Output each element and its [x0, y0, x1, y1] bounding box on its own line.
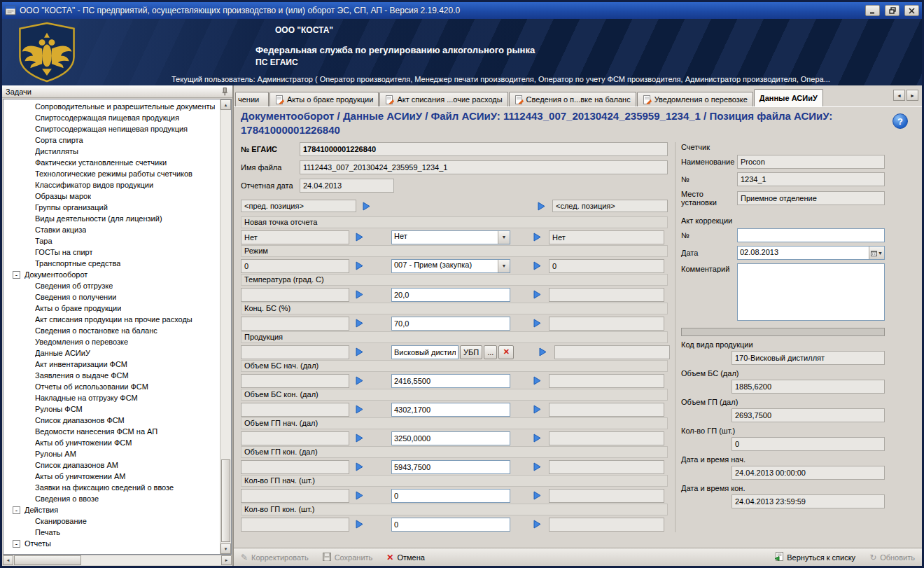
scroll-right-icon[interactable]: ► [221, 555, 232, 565]
back-to-list-button[interactable]: Вернуться к списку [774, 552, 855, 562]
tree-item[interactable]: ГОСТы на спирт [4, 247, 220, 258]
cancel-button[interactable]: ✕ Отмена [386, 553, 425, 562]
clear-product-button[interactable]: ✕ [498, 345, 514, 359]
tree-item[interactable]: Печать [4, 527, 220, 538]
tab-scroll-right-icon[interactable]: ► [906, 90, 918, 101]
tree-item[interactable]: -Отчеты [4, 538, 220, 549]
combo-dropdown-icon[interactable]: ▼ [498, 260, 510, 272]
scroll-left-icon[interactable]: ◄ [3, 555, 13, 565]
next-position-button[interactable]: <след. позиция> [552, 200, 668, 212]
tree-item[interactable]: Акт списания продукции на прочие расходы [4, 314, 220, 325]
tree-item[interactable]: Ведомости нанесения ФСМ на АП [4, 426, 220, 437]
tree-item[interactable]: Сведения об отгрузке [4, 280, 220, 291]
tab-scroll-left-icon[interactable]: ◄ [893, 90, 905, 101]
tree-item[interactable]: Список диапазонов АМ [4, 459, 220, 471]
tab-active[interactable]: Данные АСИиУ [754, 89, 823, 106]
edit-button-label: Корректировать [251, 553, 309, 562]
tree-item[interactable]: Заявки на фиксацию сведений о ввозе [4, 482, 220, 493]
tree-item[interactable]: Сведения о получении [4, 291, 220, 303]
horizontal-scroll-thumb[interactable] [14, 555, 81, 565]
application-window: ООО "КОСТА" - ПС предприятий, осуществля… [0, 0, 924, 568]
comment-textarea[interactable] [737, 263, 885, 321]
correction-date-picker[interactable]: 02.08.2013 ▼ [737, 246, 885, 260]
tree-item[interactable]: Рулоны АМ [4, 448, 220, 459]
tree-item[interactable]: Виды деятельности (для лицензий) [4, 213, 220, 224]
scroll-down-icon[interactable]: ▼ [220, 543, 231, 554]
correction-number-input[interactable] [737, 228, 885, 242]
tree-item[interactable]: Классификатор видов продукции [4, 179, 220, 191]
tree-expander-icon[interactable]: - [13, 506, 20, 514]
tree-item[interactable]: Данные АСИиУ [4, 347, 220, 359]
value-combobox[interactable]: 007 - Прием (закупка)▼ [391, 259, 510, 273]
tree-item[interactable]: Список диапазонов ФСМ [4, 415, 220, 426]
tree-item[interactable]: Акт инвентаризации ФСМ [4, 359, 220, 370]
tab-item[interactable]: чении [235, 92, 269, 106]
value-input[interactable] [391, 374, 510, 388]
tree-item[interactable]: Фактически установленные счетчики [4, 157, 220, 168]
tree-item[interactable]: Транспортные средства [4, 258, 220, 269]
tab-item[interactable]: Акт списания ...очие расходы [379, 92, 507, 106]
tree-item[interactable]: Рулоны ФСМ [4, 403, 220, 415]
tree-item[interactable]: Накладные на отгрузку ФСМ [4, 392, 220, 403]
value-input[interactable] [391, 518, 510, 532]
tree-item[interactable]: Сведения о постановке на баланс [4, 325, 220, 336]
tree-item-label: Акты об уничтожении ФСМ [35, 438, 132, 447]
tree-item[interactable]: Группы организаций [4, 202, 220, 213]
tree-item[interactable]: Сведения о ввозе [4, 493, 220, 504]
browse-button[interactable]: ... [484, 345, 497, 359]
tab-item[interactable]: Уведомления о перевозке [637, 92, 753, 106]
tree-vertical-scrollbar[interactable]: ▲ ▼ [220, 99, 231, 554]
minimize-button[interactable] [865, 5, 880, 16]
value-input[interactable] [391, 317, 510, 331]
cancel-button-label: Отмена [397, 553, 424, 562]
prev-position-button[interactable]: <пред. позиция> [241, 200, 356, 212]
tree-item[interactable]: Сканирование [4, 515, 220, 527]
next-value-box [549, 489, 664, 503]
tree-item-label: Заявки на фиксацию сведений о ввозе [35, 483, 174, 492]
tree-item[interactable]: Уведомления о перевозке [4, 336, 220, 347]
value-input[interactable] [391, 489, 510, 503]
tree-item[interactable]: Ставки акциза [4, 224, 220, 235]
value-input[interactable] [391, 460, 510, 474]
volume-bs-label: Объем БС (дал) [681, 369, 885, 377]
tree-item[interactable]: Акты о браке продукции [4, 303, 220, 314]
tree-expander-icon[interactable]: - [13, 271, 20, 279]
tree-item[interactable]: Дистилляты [4, 146, 220, 157]
product-input[interactable] [391, 345, 458, 359]
combo-dropdown-icon[interactable]: ▼ [498, 231, 510, 244]
tree-item[interactable]: Спиртосодержащая непищевая продукция [4, 123, 220, 134]
qty-gp-label: Кол-во ГП (шт.) [681, 427, 885, 435]
value-input[interactable] [391, 403, 510, 417]
help-button[interactable]: ? [892, 113, 908, 129]
tree-item[interactable]: Акты об уничтожении ФСМ [4, 437, 220, 448]
refresh-button-label: Обновить [880, 553, 915, 562]
tree-item[interactable]: Отчеты об использовании ФСМ [4, 381, 220, 392]
value-combobox[interactable]: Нет▼ [391, 230, 510, 244]
value-input[interactable] [391, 288, 510, 302]
tree-item[interactable]: -Действия [4, 504, 220, 515]
calendar-dropdown-icon[interactable]: ▼ [869, 247, 884, 259]
restore-button[interactable] [885, 5, 899, 16]
tree-item[interactable]: Сорта спирта [4, 134, 220, 146]
pin-icon[interactable] [220, 87, 229, 96]
value-input[interactable] [391, 431, 510, 445]
tab-item[interactable]: Акты о браке продукции [270, 92, 379, 106]
tree-item[interactable]: Тара [4, 235, 220, 247]
next-value-box [549, 403, 664, 417]
tab-item[interactable]: Сведения о п...вке на баланс [509, 92, 636, 106]
tree-expander-icon[interactable]: - [13, 540, 20, 548]
tree-item[interactable]: Акты об уничтожении АМ [4, 471, 220, 482]
close-button[interactable] [904, 5, 919, 16]
tree-item[interactable]: Спиртосодержащая пищевая продукция [4, 112, 220, 123]
vertical-scroll-thumb[interactable] [221, 459, 230, 542]
ubp-button[interactable]: УБП [460, 345, 482, 359]
window-title: ООО "КОСТА" - ПС предприятий, осуществля… [20, 6, 860, 15]
tree-item[interactable]: -Документооборот [4, 269, 220, 280]
prev-value-box: 0 [241, 259, 349, 273]
tree-item[interactable]: Заявления о выдаче ФСМ [4, 370, 220, 381]
tree-item[interactable]: Технологические режимы работы счетчиков [4, 168, 220, 179]
scroll-up-icon[interactable]: ▲ [220, 99, 231, 110]
tree-item[interactable]: Образцы марок [4, 191, 220, 202]
tree-horizontal-scrollbar[interactable]: ◄ ► [3, 555, 232, 565]
tree-item[interactable]: Сопроводительные и разрешительные докуме… [4, 101, 220, 112]
